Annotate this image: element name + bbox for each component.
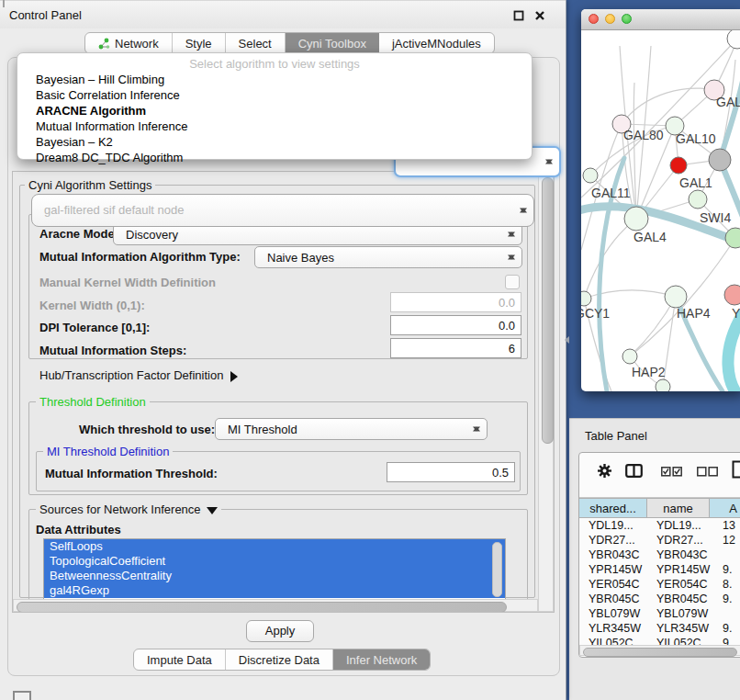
minimized-panel-icon[interactable] xyxy=(13,691,31,700)
table-row[interactable]: YDL19...YDL19...13 xyxy=(579,519,740,534)
node-swi4[interactable] xyxy=(725,228,740,248)
attribute-item-selected[interactable]: BetweennessCentrality xyxy=(44,569,505,583)
node[interactable] xyxy=(670,157,687,174)
table-row[interactable]: YPR145WYPR145W9. xyxy=(579,563,740,578)
algorithm-option[interactable]: Bayesian – K2 xyxy=(17,134,532,150)
table-row[interactable]: YBL079WYBL079W xyxy=(579,607,740,622)
control-panel-titlebar: Control Panel xyxy=(0,0,566,28)
settings-hscrollbar[interactable] xyxy=(13,599,538,612)
table-cell: YBR043C xyxy=(589,548,640,561)
select-all-icon[interactable] xyxy=(661,467,682,477)
bottom-tab-impute-data[interactable]: Impute Data xyxy=(134,649,226,670)
node-gal4[interactable] xyxy=(624,207,648,231)
table-cell: YPR145W xyxy=(589,563,642,576)
attribute-item-selected[interactable]: SelfLoops xyxy=(44,539,505,554)
list-scrollbar[interactable] xyxy=(492,542,502,597)
cytoscape-desktop: GALGAL80GAL10GAL1GAL11GAL4SWI4GCY1HAP4YH… xyxy=(0,0,740,700)
node-gal1[interactable] xyxy=(689,190,707,209)
tab-label: Discretize Data xyxy=(239,653,320,667)
close-traffic-light[interactable] xyxy=(589,14,599,24)
table-hscrollbar[interactable] xyxy=(579,645,740,656)
hub-definition-expander[interactable]: Hub/Transcription Factor Definition xyxy=(39,368,243,382)
aracne-mode-label: Aracne Mode: xyxy=(39,227,118,241)
column-header[interactable]: name xyxy=(647,498,710,518)
algorithm-option[interactable]: Mutual Information Inference xyxy=(17,119,532,134)
settings-vscrollbar[interactable] xyxy=(538,172,554,612)
table-cell: 9 xyxy=(723,637,729,645)
table-cell: YBL079W xyxy=(656,607,708,620)
attribute-item-selected[interactable]: gal4RGexp xyxy=(44,583,505,598)
tab-style[interactable]: Style xyxy=(173,33,226,53)
mi-algorithm-type-value: Naive Bayes xyxy=(267,251,334,265)
node[interactable] xyxy=(727,28,740,49)
node-hap4[interactable] xyxy=(665,286,687,308)
splitpane-collapse-arrow[interactable] xyxy=(561,336,569,344)
gear-icon[interactable] xyxy=(597,463,612,479)
table-row[interactable]: YER054CYER054C8. xyxy=(579,578,740,593)
close-icon[interactable] xyxy=(534,10,545,21)
apply-button[interactable]: Apply xyxy=(246,620,314,642)
attribute-item-selected[interactable]: TopologicalCoefficient xyxy=(44,554,505,569)
table-cell: 13 xyxy=(723,519,735,532)
bottom-tab-discretize-data[interactable]: Discretize Data xyxy=(226,649,333,670)
tab-label: Impute Data xyxy=(147,653,212,667)
column-view-icon[interactable] xyxy=(625,464,643,478)
mi-algorithm-type-combo[interactable]: Naive Bayes xyxy=(254,246,522,268)
algorithm-option[interactable]: Dream8 DC_TDC Algorithm xyxy=(17,150,532,165)
network-selection-combo[interactable]: gal-filtered sif default node xyxy=(31,194,534,227)
table-row[interactable]: YIL052CYIL052C9 xyxy=(579,637,740,645)
table-row[interactable]: YLR345WYLR345W9. xyxy=(579,622,740,637)
algorithm-option[interactable]: Basic Correlation Inference xyxy=(17,87,532,103)
node-label: GAL1 xyxy=(679,175,712,190)
node-label: GAL xyxy=(716,95,740,109)
deselect-all-icon[interactable] xyxy=(697,467,718,477)
tab-cyni-toolbox[interactable]: Cyni Toolbox xyxy=(286,33,379,53)
threshold-definition-title: Threshold Definition xyxy=(36,395,150,409)
node-y[interactable] xyxy=(724,285,740,305)
kernel-width-field[interactable]: 0.0 xyxy=(390,292,521,312)
table-cell: YLR345W xyxy=(656,622,709,635)
network-view-window[interactable]: GALGAL80GAL10GAL1GAL11GAL4SWI4GCY1HAP4YH… xyxy=(581,9,740,391)
zoom-traffic-light[interactable] xyxy=(622,14,632,24)
popup-hint: Select algorithm to view settings xyxy=(17,57,532,71)
tab-select[interactable]: Select xyxy=(226,33,286,53)
network-window-titlebar[interactable] xyxy=(581,9,740,30)
which-threshold-value: MI Threshold xyxy=(228,423,297,436)
node[interactable] xyxy=(709,149,731,171)
node-gcy1[interactable] xyxy=(581,291,591,306)
column-header[interactable]: A xyxy=(710,498,740,518)
manual-kernel-width-checkbox[interactable] xyxy=(505,275,520,289)
dpi-tolerance-field[interactable]: 0.0 xyxy=(390,315,521,335)
new-table-icon[interactable] xyxy=(732,460,740,479)
which-threshold-combo[interactable]: MI Threshold xyxy=(215,418,488,440)
column-header[interactable]: shared... xyxy=(579,498,647,518)
table-row[interactable]: YBR043CYBR043C xyxy=(579,548,740,563)
table-row[interactable]: YBR045CYBR045C9. xyxy=(579,593,740,607)
network-canvas[interactable]: GALGAL80GAL10GAL1GAL11GAL4SWI4GCY1HAP4YH… xyxy=(581,9,740,391)
tab-network[interactable]: Network xyxy=(85,33,173,53)
data-attributes-list[interactable]: SelfLoopsTopologicalCoefficientBetweenne… xyxy=(43,538,506,602)
table-cell: 9. xyxy=(723,622,732,635)
cyni-bottom-tabs: Impute DataDiscretize DataInfer Network xyxy=(133,649,431,671)
table-cell: 12 xyxy=(723,534,735,547)
bottom-tab-infer-network[interactable]: Infer Network xyxy=(333,649,430,670)
algorithm-option[interactable]: Bayesian – Hill Climbing xyxy=(17,72,532,87)
mi-threshold-field[interactable]: 0.5 xyxy=(387,462,515,482)
table-row[interactable]: YDR27...YDR27...12 xyxy=(579,534,740,548)
minimize-traffic-light[interactable] xyxy=(605,14,615,24)
table-cell: YBR045C xyxy=(656,593,708,605)
network-icon xyxy=(98,38,110,50)
mi-steps-field[interactable]: 6 xyxy=(390,338,521,358)
float-window-icon[interactable] xyxy=(513,10,524,21)
tab-jactivemnodules[interactable]: jActiveMNodules xyxy=(379,33,494,53)
node-gal11[interactable] xyxy=(583,168,598,183)
table-cell: YDL19... xyxy=(656,519,701,532)
sources-title[interactable]: Sources for Network Inference xyxy=(36,502,221,520)
table-cell: 8. xyxy=(723,578,732,591)
combo-arrows-icon xyxy=(508,252,516,264)
node[interactable] xyxy=(656,379,670,391)
algorithm-option[interactable]: ARACNE Algorithm xyxy=(17,103,532,119)
table-cell: YER054C xyxy=(656,578,708,591)
node-hap2[interactable] xyxy=(622,349,637,364)
tab-label: Style xyxy=(185,37,212,51)
